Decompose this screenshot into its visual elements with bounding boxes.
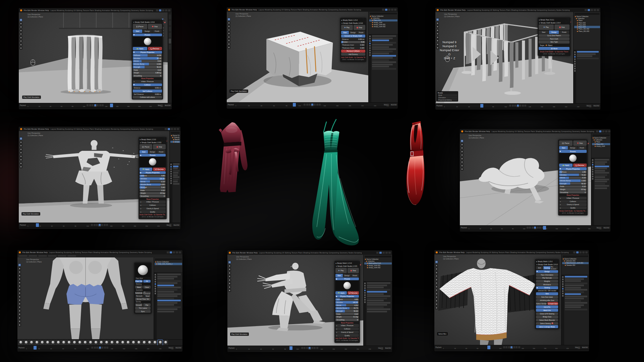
- property-row[interactable]: [372, 64, 393, 65]
- end-frame[interactable]: End 250: [593, 105, 600, 107]
- play-button[interactable]: Play: [539, 24, 554, 30]
- brush-thumbnail[interactable]: [34, 340, 39, 345]
- tool-button[interactable]: [19, 158, 22, 161]
- properties-tab-icon[interactable]: [369, 54, 371, 56]
- outliner-item[interactable]: Collection: [364, 260, 392, 262]
- transport-button[interactable]: [99, 104, 101, 106]
- section-gravity-speed[interactable]: ▸Gravity & Speed: [559, 203, 587, 206]
- transport-button[interactable]: [539, 227, 541, 229]
- tool-button[interactable]: [228, 275, 231, 278]
- tab-start[interactable]: Start: [140, 150, 148, 154]
- tab-edit[interactable]: Edit: [536, 266, 543, 269]
- start-frame[interactable]: Start 1: [575, 346, 580, 348]
- tool-button[interactable]: [227, 39, 230, 42]
- playhead[interactable]: [293, 103, 296, 107]
- tab-design[interactable]: Design: [143, 29, 152, 33]
- tool-button[interactable]: [435, 260, 438, 263]
- property-row[interactable]: [595, 174, 607, 176]
- property-row[interactable]: [157, 293, 181, 295]
- property-row[interactable]: [372, 59, 389, 61]
- playhead[interactable]: [480, 104, 483, 108]
- slider-wrinkle-bump[interactable]: Wrinkle Bump0.000: [140, 183, 166, 186]
- header-icon[interactable]: [608, 130, 610, 132]
- header-icon[interactable]: [582, 251, 585, 253]
- properties-tab-icon[interactable]: [592, 173, 594, 175]
- tool-button[interactable]: [435, 296, 438, 299]
- transport-button[interactable]: [304, 104, 306, 106]
- brush-thumbnail[interactable]: [109, 340, 114, 345]
- transport-button[interactable]: [309, 104, 311, 106]
- property-row[interactable]: [367, 285, 387, 286]
- workspace-tabs[interactable]: Layout Modeling Sculpting UV Editing Tex…: [49, 251, 152, 253]
- section-header-collision[interactable]: Collision: [133, 83, 162, 86]
- button-auto-sew-steps[interactable]: Auto Sew steps: [536, 296, 558, 299]
- button-smooth[interactable]: Smooth: [135, 303, 143, 306]
- section-collision[interactable]: ▸Collision: [140, 204, 166, 207]
- tool-button[interactable]: [19, 36, 22, 39]
- button-trim-lasso[interactable]: Trim Lasso: [135, 307, 151, 310]
- property-row[interactable]: [367, 293, 384, 295]
- tool-button[interactable]: [19, 144, 22, 147]
- tool-button[interactable]: [435, 271, 438, 274]
- apply-button[interactable]: Apply: [559, 164, 573, 167]
- property-row[interactable]: [595, 168, 607, 169]
- tab-design[interactable]: Design: [568, 146, 577, 149]
- properties-tab-icon[interactable]: [170, 171, 172, 172]
- stop-button[interactable]: Stop: [573, 140, 587, 146]
- tool-button[interactable]: [227, 43, 230, 46]
- section-header-presets[interactable]: Presets: [559, 150, 587, 153]
- operator-row[interactable]: Orientation: [438, 97, 457, 99]
- slider-wrinkle-bump[interactable]: Wrinkle Bump0.006: [133, 63, 162, 65]
- property-row[interactable]: [565, 306, 581, 308]
- slider-wrinkles[interactable]: Wrinkles70.00: [559, 174, 587, 176]
- slider-shrink[interactable]: Shrink-5.00: [133, 60, 162, 63]
- button-face-set[interactable]: Face Set: [135, 280, 143, 283]
- workspace-tabs[interactable]: Layout Modeling Sculpting UV Editing Tex…: [51, 128, 153, 130]
- tool-button[interactable]: [19, 29, 22, 32]
- brush-thumbnail[interactable]: [142, 340, 147, 345]
- outliner-item[interactable]: WalkingManCloth: [364, 262, 392, 264]
- header-icon[interactable]: [599, 130, 601, 132]
- header-icon[interactable]: [585, 251, 588, 253]
- header-icon[interactable]: [179, 251, 181, 253]
- property-row[interactable]: [565, 291, 584, 293]
- property-row[interactable]: [565, 289, 587, 291]
- tool-setting-chip[interactable]: [58, 255, 66, 257]
- properties-tab-icon[interactable]: [155, 288, 156, 290]
- reset-properties[interactable]: Reset Properties: [133, 77, 162, 80]
- property-row[interactable]: [595, 170, 605, 172]
- tool-button[interactable]: [19, 141, 22, 144]
- property-row[interactable]: [565, 298, 584, 299]
- slider-weight[interactable]: Weight0.5 kg: [140, 192, 166, 195]
- outliner-item[interactable]: Plane: [574, 20, 600, 22]
- tool-button[interactable]: [19, 33, 22, 36]
- property-row[interactable]: [565, 296, 587, 297]
- properties-tab-icon[interactable]: [574, 61, 576, 62]
- property-row[interactable]: [577, 51, 599, 53]
- header-icon[interactable]: [379, 252, 382, 254]
- apply-button[interactable]: Apply: [335, 291, 347, 295]
- outliner-item[interactable]: Plane: [592, 141, 610, 143]
- property-row[interactable]: [157, 304, 174, 306]
- properties-tab-icon[interactable]: [364, 290, 366, 291]
- tool-button[interactable]: [19, 22, 22, 25]
- property-row[interactable]: [372, 55, 396, 57]
- property-row[interactable]: [565, 276, 587, 278]
- property-row[interactable]: [372, 66, 389, 67]
- button-subdivide[interactable]: Subdivide: [135, 292, 143, 295]
- property-row[interactable]: [595, 181, 607, 182]
- transport-button[interactable]: [91, 224, 93, 226]
- properties-tab-icon[interactable]: [170, 173, 172, 175]
- properties-tab-icon[interactable]: [364, 292, 366, 294]
- transport-button[interactable]: [503, 346, 505, 348]
- tool-button[interactable]: [228, 282, 231, 285]
- sidebar-tab[interactable]: [169, 20, 171, 25]
- tool-button[interactable]: [435, 275, 438, 278]
- property-row[interactable]: [173, 176, 179, 178]
- brush-thumbnail[interactable]: [120, 340, 125, 345]
- properties-tab-icon[interactable]: [574, 70, 576, 72]
- slider-shrink[interactable]: Shrink-0.51: [335, 304, 359, 307]
- button-sync[interactable]: Sync: [135, 310, 151, 313]
- properties-tab-icon[interactable]: [562, 283, 564, 285]
- property-row[interactable]: [577, 53, 596, 55]
